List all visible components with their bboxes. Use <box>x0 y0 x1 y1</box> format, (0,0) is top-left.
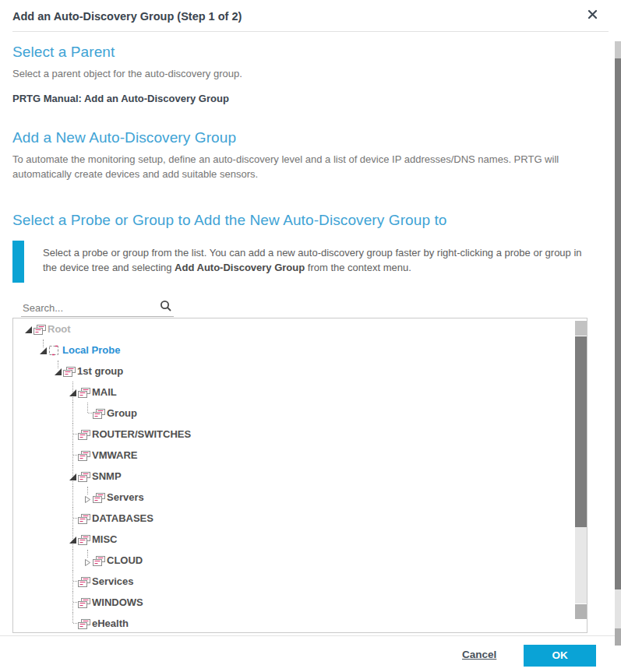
tree-connector-line <box>43 340 44 347</box>
info-text: Select a probe or group from the list. Y… <box>43 245 593 275</box>
prtg-manual-link[interactable]: PRTG Manual: Add an Auto-Discovery Group <box>12 93 229 104</box>
expander-closed-icon[interactable] <box>84 556 91 570</box>
tree-item-group[interactable]: Group <box>13 403 575 424</box>
tree-item-label[interactable]: VMWARE <box>92 445 138 466</box>
expander-closed-icon[interactable] <box>84 493 91 507</box>
tree-item-windows[interactable]: WINDOWS <box>13 592 575 613</box>
tree-item-label[interactable]: CLOUD <box>107 550 143 571</box>
group-icon <box>78 618 90 632</box>
tree-scrollbar[interactable] <box>575 318 587 632</box>
page-scrollbar-track[interactable] <box>615 589 621 628</box>
tree-item-databases[interactable]: DATABASES <box>13 508 575 529</box>
tree-connector-line <box>72 487 73 508</box>
tree-item-label[interactable]: eHealth <box>92 613 129 632</box>
search-input[interactable] <box>21 299 157 316</box>
tree-item-vmware[interactable]: VMWARE <box>13 445 575 466</box>
tree-item-label[interactable]: WINDOWS <box>92 592 143 613</box>
device-tree: Root Local Probe 1st group MAIL Group RO… <box>13 318 575 632</box>
tree-item-servers[interactable]: Servers <box>13 487 575 508</box>
group-icon <box>78 471 90 485</box>
tree-item-snmp[interactable]: SNMP <box>13 466 575 487</box>
tree-item-1st-group[interactable]: 1st group <box>13 361 575 382</box>
page-scrollbar-thumb[interactable] <box>615 58 621 589</box>
search-field <box>21 297 174 317</box>
add-group-description: To automate the monitoring setup, define… <box>12 152 606 181</box>
tree-item-mail[interactable]: MAIL <box>13 382 575 403</box>
group-icon <box>78 387 90 401</box>
group-icon <box>78 429 90 443</box>
expander-open-icon[interactable] <box>25 326 32 333</box>
tree-scrollbar-thumb[interactable] <box>575 336 587 527</box>
group-icon <box>78 597 90 611</box>
group-icon <box>78 450 90 464</box>
page-scrollbar-up[interactable] <box>615 41 621 58</box>
tree-connector-line <box>72 529 73 550</box>
tree-item-cloud[interactable]: CLOUD <box>13 550 575 571</box>
info-text-bold: Add Auto-Discovery Group <box>175 262 305 273</box>
info-accent-bar <box>12 241 24 283</box>
group-icon <box>78 534 90 548</box>
tree-item-label[interactable]: Servers <box>107 487 144 508</box>
section-heading-select-probe: Select a Probe or Group to Add the New A… <box>12 212 447 229</box>
footer-divider <box>0 635 615 636</box>
tree-connector-line <box>72 382 73 403</box>
group-icon <box>78 513 90 527</box>
page-scrollbar[interactable] <box>615 0 621 672</box>
tree-item-label[interactable]: DATABASES <box>92 508 153 529</box>
probe-icon <box>48 345 59 359</box>
group-icon <box>93 408 105 422</box>
ok-button[interactable]: OK <box>524 645 596 667</box>
tree-connector-line <box>58 361 58 368</box>
tree-scrollbar-down[interactable] <box>575 604 587 619</box>
tree-item-label[interactable]: Group <box>107 403 137 424</box>
section-heading-add-group: Add a New Auto-Discovery Group <box>12 129 236 146</box>
tree-item-label[interactable]: ROUTER/SWITCHES <box>92 424 191 445</box>
device-tree-panel: Root Local Probe 1st group MAIL Group RO… <box>12 318 587 633</box>
tree-item-label[interactable]: Local Probe <box>62 340 120 361</box>
cancel-button[interactable]: Cancel <box>462 649 496 660</box>
info-text-after: from the context menu. <box>305 262 411 273</box>
tree-item-root[interactable]: Root <box>13 318 575 340</box>
select-parent-description: Select a parent object for the auto-disc… <box>12 66 242 81</box>
tree-item-misc[interactable]: MISC <box>13 529 575 550</box>
page-scrollbar-down[interactable] <box>615 628 621 646</box>
dialog-title: Add an Auto-Discovery Group (Step 1 of 2… <box>12 10 242 23</box>
expander-open-icon[interactable] <box>55 368 62 375</box>
expander-open-icon[interactable] <box>40 347 47 354</box>
tree-item-label[interactable]: MISC <box>92 529 118 550</box>
tree-item-label[interactable]: SNMP <box>92 466 122 487</box>
group-icon <box>63 366 76 380</box>
tree-item-router-switches[interactable]: ROUTER/SWITCHES <box>13 424 575 445</box>
tree-item-ehealth[interactable]: eHealth <box>13 613 575 632</box>
header-divider <box>12 31 609 32</box>
tree-connector-line <box>72 403 73 424</box>
group-icon <box>78 576 90 590</box>
close-icon[interactable] <box>587 9 603 24</box>
search-icon[interactable] <box>160 300 172 315</box>
tree-connector-line <box>72 613 73 623</box>
tree-item-services[interactable]: Services <box>13 571 575 592</box>
tree-item-local-probe[interactable]: Local Probe <box>13 340 575 361</box>
tree-connector-line <box>72 550 73 571</box>
group-icon <box>93 555 105 569</box>
tree-connector-line <box>87 403 88 413</box>
tree-connector-line <box>72 466 73 487</box>
tree-item-label[interactable]: Services <box>92 571 134 592</box>
section-heading-select-parent: Select a Parent <box>12 44 115 61</box>
tree-item-label[interactable]: Root <box>48 318 71 340</box>
tree-scrollbar-up[interactable] <box>575 321 587 336</box>
tree-item-label[interactable]: MAIL <box>92 382 117 403</box>
group-icon <box>93 492 105 506</box>
group-icon <box>34 324 46 338</box>
tree-item-label[interactable]: 1st group <box>77 361 123 382</box>
